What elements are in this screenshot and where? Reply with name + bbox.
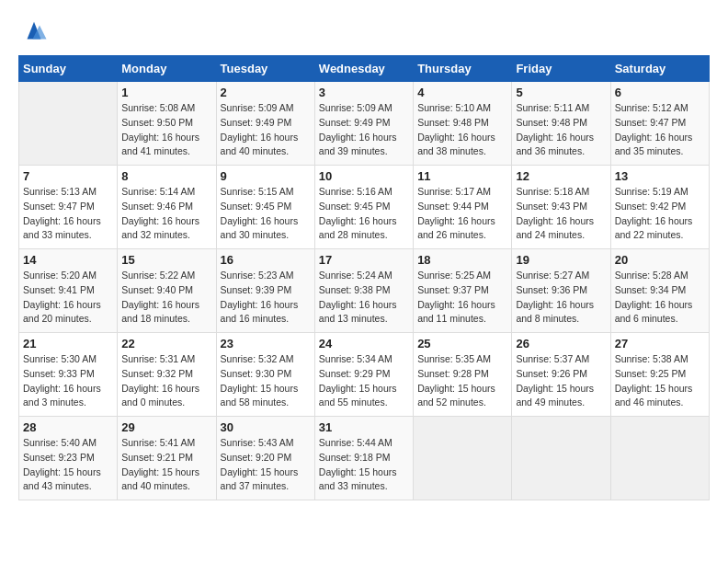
weekday-header-wednesday: Wednesday <box>314 56 413 82</box>
calendar-cell: 7Sunrise: 5:13 AMSunset: 9:47 PMDaylight… <box>19 166 118 249</box>
calendar-cell: 20Sunrise: 5:28 AMSunset: 9:34 PMDayligh… <box>610 249 709 333</box>
day-number: 12 <box>516 169 606 183</box>
calendar-cell: 13Sunrise: 5:19 AMSunset: 9:42 PMDayligh… <box>610 166 709 249</box>
calendar-cell: 28Sunrise: 5:40 AMSunset: 9:23 PMDayligh… <box>19 417 118 500</box>
cell-detail: Sunrise: 5:23 AMSunset: 9:39 PMDaylight:… <box>221 269 311 327</box>
calendar-cell <box>610 417 709 500</box>
calendar-cell: 12Sunrise: 5:18 AMSunset: 9:43 PMDayligh… <box>512 166 610 249</box>
cell-detail: Sunrise: 5:18 AMSunset: 9:43 PMDaylight:… <box>516 185 606 243</box>
day-number: 1 <box>121 86 211 99</box>
day-number: 31 <box>319 420 409 434</box>
calendar-cell: 1Sunrise: 5:08 AMSunset: 9:50 PMDaylight… <box>118 82 216 166</box>
calendar-cell: 29Sunrise: 5:41 AMSunset: 9:21 PMDayligh… <box>118 417 216 500</box>
cell-detail: Sunrise: 5:17 AMSunset: 9:44 PMDaylight:… <box>417 185 507 243</box>
day-number: 21 <box>23 337 113 350</box>
cell-detail: Sunrise: 5:35 AMSunset: 9:28 PMDaylight:… <box>417 352 507 410</box>
weekday-header-tuesday: Tuesday <box>216 56 314 82</box>
week-row-3: 14Sunrise: 5:20 AMSunset: 9:41 PMDayligh… <box>19 249 710 333</box>
cell-detail: Sunrise: 5:12 AMSunset: 9:47 PMDaylight:… <box>615 101 705 159</box>
day-number: 29 <box>121 420 211 434</box>
day-number: 28 <box>23 420 113 434</box>
cell-detail: Sunrise: 5:31 AMSunset: 9:32 PMDaylight:… <box>121 352 211 410</box>
calendar-cell: 26Sunrise: 5:37 AMSunset: 9:26 PMDayligh… <box>512 333 610 417</box>
cell-detail: Sunrise: 5:19 AMSunset: 9:42 PMDaylight:… <box>615 185 705 243</box>
day-number: 22 <box>121 337 211 350</box>
day-number: 2 <box>221 86 311 99</box>
day-number: 27 <box>615 337 705 350</box>
weekday-header-sunday: Sunday <box>19 56 118 82</box>
calendar-cell: 3Sunrise: 5:09 AMSunset: 9:49 PMDaylight… <box>314 82 413 166</box>
cell-detail: Sunrise: 5:44 AMSunset: 9:18 PMDaylight:… <box>319 436 409 494</box>
day-number: 16 <box>221 253 311 267</box>
calendar-cell: 4Sunrise: 5:10 AMSunset: 9:48 PMDaylight… <box>414 82 512 166</box>
calendar-cell: 10Sunrise: 5:16 AMSunset: 9:45 PMDayligh… <box>314 166 413 249</box>
day-number: 4 <box>417 86 507 99</box>
calendar-cell: 8Sunrise: 5:14 AMSunset: 9:46 PMDaylight… <box>118 166 216 249</box>
calendar-cell <box>414 417 512 500</box>
cell-detail: Sunrise: 5:15 AMSunset: 9:45 PMDaylight:… <box>221 185 311 243</box>
calendar-cell: 2Sunrise: 5:09 AMSunset: 9:49 PMDaylight… <box>216 82 314 166</box>
calendar-cell: 30Sunrise: 5:43 AMSunset: 9:20 PMDayligh… <box>216 417 314 500</box>
calendar-cell: 6Sunrise: 5:12 AMSunset: 9:47 PMDaylight… <box>610 82 709 166</box>
weekday-header-saturday: Saturday <box>610 56 709 82</box>
week-row-5: 28Sunrise: 5:40 AMSunset: 9:23 PMDayligh… <box>19 417 710 500</box>
cell-detail: Sunrise: 5:10 AMSunset: 9:48 PMDaylight:… <box>417 101 507 159</box>
cell-detail: Sunrise: 5:27 AMSunset: 9:36 PMDaylight:… <box>516 269 606 327</box>
cell-detail: Sunrise: 5:43 AMSunset: 9:20 PMDaylight:… <box>221 436 311 494</box>
weekday-header-monday: Monday <box>118 56 216 82</box>
day-number: 23 <box>221 337 311 350</box>
weekday-header-row: SundayMondayTuesdayWednesdayThursdayFrid… <box>19 56 710 82</box>
calendar-cell: 25Sunrise: 5:35 AMSunset: 9:28 PMDayligh… <box>414 333 512 417</box>
day-number: 18 <box>417 253 507 267</box>
calendar-cell: 9Sunrise: 5:15 AMSunset: 9:45 PMDaylight… <box>216 166 314 249</box>
cell-detail: Sunrise: 5:30 AMSunset: 9:33 PMDaylight:… <box>23 352 113 410</box>
day-number: 24 <box>319 337 409 350</box>
week-row-4: 21Sunrise: 5:30 AMSunset: 9:33 PMDayligh… <box>19 333 710 417</box>
calendar-cell: 5Sunrise: 5:11 AMSunset: 9:48 PMDaylight… <box>512 82 610 166</box>
day-number: 17 <box>319 253 409 267</box>
calendar-cell <box>512 417 610 500</box>
day-number: 19 <box>516 253 606 267</box>
weekday-header-thursday: Thursday <box>414 56 512 82</box>
cell-detail: Sunrise: 5:24 AMSunset: 9:38 PMDaylight:… <box>319 269 409 327</box>
calendar-cell: 19Sunrise: 5:27 AMSunset: 9:36 PMDayligh… <box>512 249 610 333</box>
day-number: 13 <box>615 169 705 183</box>
weekday-header-friday: Friday <box>512 56 610 82</box>
cell-detail: Sunrise: 5:32 AMSunset: 9:30 PMDaylight:… <box>221 352 311 410</box>
day-number: 15 <box>121 253 211 267</box>
calendar-cell: 27Sunrise: 5:38 AMSunset: 9:25 PMDayligh… <box>610 333 709 417</box>
cell-detail: Sunrise: 5:09 AMSunset: 9:49 PMDaylight:… <box>319 101 409 159</box>
calendar-cell: 23Sunrise: 5:32 AMSunset: 9:30 PMDayligh… <box>216 333 314 417</box>
cell-detail: Sunrise: 5:09 AMSunset: 9:49 PMDaylight:… <box>221 101 311 159</box>
cell-detail: Sunrise: 5:41 AMSunset: 9:21 PMDaylight:… <box>121 436 211 494</box>
calendar-cell: 21Sunrise: 5:30 AMSunset: 9:33 PMDayligh… <box>19 333 118 417</box>
day-number: 26 <box>516 337 606 350</box>
day-number: 6 <box>615 86 705 99</box>
cell-detail: Sunrise: 5:25 AMSunset: 9:37 PMDaylight:… <box>417 269 507 327</box>
cell-detail: Sunrise: 5:16 AMSunset: 9:45 PMDaylight:… <box>319 185 409 243</box>
day-number: 5 <box>516 86 606 99</box>
calendar-table: SundayMondayTuesdayWednesdayThursdayFrid… <box>18 55 710 500</box>
day-number: 3 <box>319 86 409 99</box>
logo-icon <box>20 18 48 46</box>
calendar-cell: 18Sunrise: 5:25 AMSunset: 9:37 PMDayligh… <box>414 249 512 333</box>
cell-detail: Sunrise: 5:13 AMSunset: 9:47 PMDaylight:… <box>23 185 113 243</box>
logo <box>18 18 48 46</box>
day-number: 30 <box>221 420 311 434</box>
cell-detail: Sunrise: 5:38 AMSunset: 9:25 PMDaylight:… <box>615 352 705 410</box>
calendar-cell: 24Sunrise: 5:34 AMSunset: 9:29 PMDayligh… <box>314 333 413 417</box>
cell-detail: Sunrise: 5:22 AMSunset: 9:40 PMDaylight:… <box>121 269 211 327</box>
calendar-cell: 16Sunrise: 5:23 AMSunset: 9:39 PMDayligh… <box>216 249 314 333</box>
cell-detail: Sunrise: 5:08 AMSunset: 9:50 PMDaylight:… <box>121 101 211 159</box>
day-number: 11 <box>417 169 507 183</box>
week-row-2: 7Sunrise: 5:13 AMSunset: 9:47 PMDaylight… <box>19 166 710 249</box>
calendar-cell <box>19 82 118 166</box>
cell-detail: Sunrise: 5:40 AMSunset: 9:23 PMDaylight:… <box>23 436 113 494</box>
cell-detail: Sunrise: 5:20 AMSunset: 9:41 PMDaylight:… <box>23 269 113 327</box>
day-number: 10 <box>319 169 409 183</box>
calendar-cell: 17Sunrise: 5:24 AMSunset: 9:38 PMDayligh… <box>314 249 413 333</box>
cell-detail: Sunrise: 5:14 AMSunset: 9:46 PMDaylight:… <box>121 185 211 243</box>
calendar-cell: 11Sunrise: 5:17 AMSunset: 9:44 PMDayligh… <box>414 166 512 249</box>
day-number: 7 <box>23 169 113 183</box>
cell-detail: Sunrise: 5:11 AMSunset: 9:48 PMDaylight:… <box>516 101 606 159</box>
